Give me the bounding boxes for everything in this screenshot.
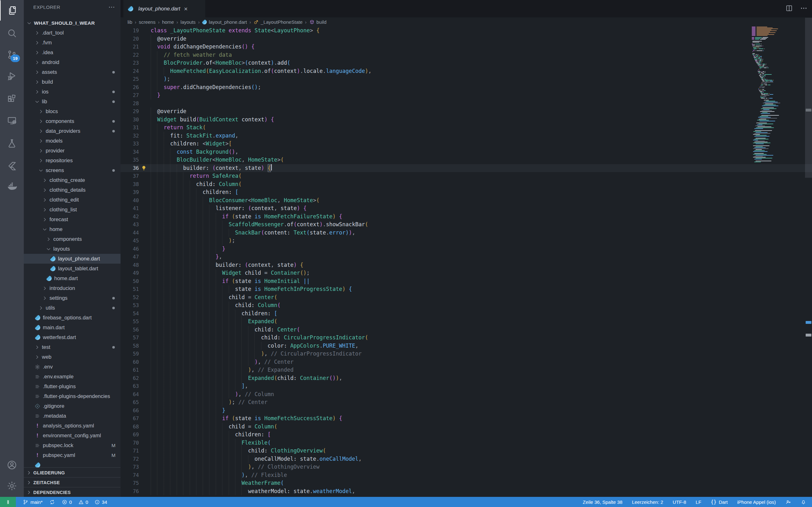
tree-item-home[interactable]: home — [24, 224, 120, 234]
tree-item-clothing_details[interactable]: clothing_details — [24, 185, 120, 195]
tree-item-components[interactable]: components — [24, 116, 120, 126]
breadcrumb-build[interactable]: build — [309, 19, 327, 25]
tree-item-assets[interactable]: assets — [24, 67, 120, 77]
tree-item-.gitignore[interactable]: .gitignore — [24, 401, 120, 411]
breadcrumb-layouts[interactable]: layouts — [181, 19, 196, 25]
tree-item-home.dart[interactable]: home.dart — [24, 274, 120, 283]
tree-item-clothing_list[interactable]: clothing_list — [24, 205, 120, 215]
lightbulb-icon[interactable] — [141, 165, 147, 171]
tree-item-ios[interactable]: ios — [24, 87, 120, 97]
tree-item-.idea[interactable]: .idea — [24, 48, 120, 57]
tree-item-environment_config.yaml[interactable]: !environment_config.yaml — [24, 431, 120, 441]
line-number: 64 — [120, 390, 139, 399]
tree-item-android[interactable]: android — [24, 57, 120, 67]
tree-item-layouts[interactable]: layouts — [24, 244, 120, 254]
modified-dot-badge — [112, 169, 115, 172]
breadcrumb-layout_phone.dart[interactable]: layout_phone.dart — [202, 19, 247, 25]
tree-item-repositories[interactable]: repositories — [24, 156, 120, 165]
tree-item-provider[interactable]: provider — [24, 146, 120, 156]
editor-scrollbar[interactable] — [805, 0, 812, 497]
sidebar-section-dependencies[interactable]: DEPENDENCIES — [24, 487, 120, 497]
tree-item-.env[interactable]: .env — [24, 362, 120, 372]
chevron-down-icon — [38, 168, 44, 173]
status-language[interactable]: {}Dart — [711, 499, 728, 505]
tree-item-firebase_options.dart[interactable]: firebase_options.dart — [24, 313, 120, 323]
activitybar-run-debug-icon[interactable] — [0, 66, 24, 86]
activitybar-search-icon[interactable] — [0, 23, 24, 43]
tree-item-.flutter-plugins[interactable]: .flutter-plugins — [24, 382, 120, 391]
activitybar-settings-icon[interactable] — [0, 475, 24, 496]
chevron-down-icon — [35, 99, 40, 104]
sidebar-section-zeitachse[interactable]: ZEITACHSE — [24, 477, 120, 487]
bell-icon[interactable] — [801, 499, 806, 505]
activitybar-docker-icon[interactable] — [0, 176, 24, 196]
tree-item-main.dart[interactable]: main.dart — [24, 323, 120, 332]
tree-item-label: clothing_edit — [49, 197, 79, 203]
tree-item-test[interactable]: test — [24, 342, 120, 352]
tree-item-pubspec.yaml[interactable]: !pubspec.yamlM — [24, 450, 120, 460]
problems-item[interactable]: 0 0 34 — [62, 499, 107, 505]
tree-item-clothing_create[interactable]: clothing_create — [24, 175, 120, 185]
tree-item-models[interactable]: models — [24, 136, 120, 146]
status-cursor-position[interactable]: Zeile 36, Spalte 38 — [583, 499, 622, 505]
tree-item-blocs[interactable]: blocs — [24, 107, 120, 116]
sidebar-section-gliederung[interactable]: GLIEDERUNG — [24, 467, 120, 477]
tree-item-screens[interactable]: screens — [24, 165, 120, 175]
breadcrumb-lib[interactable]: lib — [128, 19, 132, 25]
tree-item-pubspec.lock[interactable]: pubspec.lockM — [24, 441, 120, 450]
code-area[interactable]: 19class _LayoutPhoneState extends State<… — [120, 26, 812, 495]
feedback-icon[interactable] — [785, 499, 791, 505]
split-editor-icon[interactable] — [785, 4, 793, 13]
line-number: 50 — [120, 277, 139, 285]
breadcrumb-home[interactable]: home — [162, 19, 174, 25]
tree-item-utils[interactable]: utils — [24, 303, 120, 313]
tree-item-wetterfest.dart[interactable]: wetterfest.dart — [24, 332, 120, 342]
tree-item-.dart_tool[interactable]: .dart_tool — [24, 28, 120, 38]
tab-layout-phone-dart[interactable]: layout_phone.dart × — [123, 0, 205, 17]
status-device[interactable]: iPhone Appel (ios) — [737, 499, 776, 505]
tree-root-WHAT_SHOULD_I_WEAR[interactable]: WHAT_SHOULD_I_WEAR — [24, 18, 120, 28]
tree-item-.env.example[interactable]: .env.example — [24, 372, 120, 382]
breadcrumb-_LayoutPhoneState[interactable]: _LayoutPhoneState — [253, 19, 303, 25]
scrollbar-thumb[interactable] — [805, 18, 812, 178]
activitybar-remote-explorer-icon[interactable] — [0, 110, 24, 130]
tree-item-analysis_options.yaml[interactable]: !analysis_options.yaml — [24, 421, 120, 431]
tree-item-web[interactable]: web — [24, 352, 120, 362]
tree-item-label: settings — [49, 295, 67, 301]
line-number: 28 — [120, 100, 139, 108]
explorer-more-actions-icon[interactable]: ⋯ — [108, 3, 115, 11]
breadcrumb-screens[interactable]: screens — [139, 19, 156, 25]
tree-item-lib[interactable]: lib — [24, 97, 120, 107]
remote-indicator[interactable] — [0, 497, 16, 507]
modified-dot-badge — [112, 71, 115, 73]
status-eol[interactable]: LF — [696, 499, 701, 505]
tree-item-.fvm[interactable]: .fvm — [24, 38, 120, 48]
tree-item-forecast[interactable]: forecast — [24, 215, 120, 224]
tree-item-layout_phone.dart[interactable]: layout_phone.dart — [24, 254, 120, 264]
tree-item-.flutter-plugins-dependencies[interactable]: .flutter-plugins-dependencies — [24, 391, 120, 401]
tree-item-data_providers[interactable]: data_providers — [24, 126, 120, 136]
sync-button[interactable] — [49, 499, 55, 505]
activitybar-explorer-icon[interactable] — [0, 0, 24, 20]
tab-close-icon[interactable]: × — [184, 6, 188, 12]
activitybar-flutter-icon[interactable] — [0, 156, 24, 176]
code-line-24: 24 HomeFetched(EasyLocalization.of(conte… — [120, 67, 812, 75]
code-line-47: 47 }, — [120, 253, 812, 261]
status-encoding[interactable]: UTF-8 — [673, 499, 687, 505]
minimap[interactable] — [751, 26, 788, 163]
git-branch-item[interactable]: main* — [23, 499, 43, 505]
tree-item-components[interactable]: components — [24, 234, 120, 244]
activitybar-source-control-icon[interactable]: 19 — [0, 44, 24, 65]
tree-item-layout_tablet.dart[interactable]: layout_tablet.dart — [24, 264, 120, 274]
activitybar-testing-icon[interactable] — [0, 133, 24, 153]
code-line-43: 43 ScaffoldMessenger.of(context).showSna… — [120, 221, 812, 229]
status-indentation[interactable]: Leerzeichen: 2 — [632, 499, 663, 505]
tree-item-introducion[interactable]: introducion — [24, 283, 120, 293]
activitybar-extensions-icon[interactable] — [0, 89, 24, 109]
tree-item-clothing_edit[interactable]: clothing_edit — [24, 195, 120, 205]
tree-item-settings[interactable]: settings — [24, 293, 120, 303]
tree-item-.metadata[interactable]: .metadata — [24, 411, 120, 421]
line-number: 36 — [120, 164, 139, 172]
tree-item-build[interactable]: build — [24, 77, 120, 87]
activitybar-account-icon[interactable] — [0, 455, 24, 475]
